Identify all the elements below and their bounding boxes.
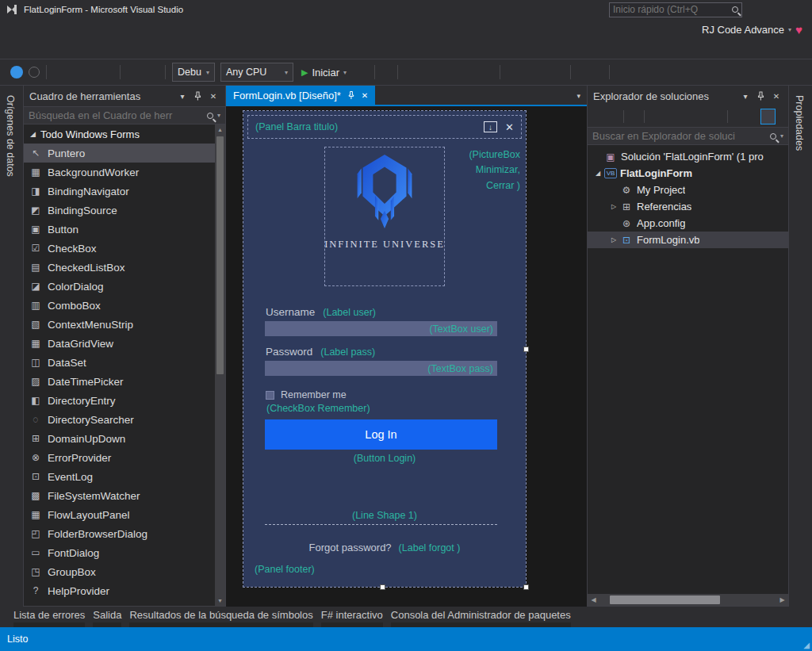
solution-search[interactable]: ▾ (588, 127, 788, 145)
bottom-panel-tab[interactable]: Lista de errores (11, 609, 87, 628)
menu-item[interactable] (6, 47, 19, 52)
scroll-right-icon[interactable]: ▶ (778, 596, 787, 603)
home-icon[interactable] (626, 109, 642, 124)
toolbox-item[interactable]: ? HelpProvider (24, 581, 215, 600)
size-to-grid-icon[interactable] (551, 63, 567, 81)
layout-overflow-caret[interactable] (641, 63, 648, 81)
tree-expander-icon[interactable]: ▷ (608, 236, 619, 243)
toolbox-item[interactable]: ◨ BindingNavigator (24, 182, 215, 201)
new-project-caret[interactable] (62, 63, 69, 81)
toolbar-icon[interactable] (397, 65, 398, 79)
toolbox-item[interactable]: ⊡ EventLog (24, 467, 215, 486)
toolbox-scrollbar[interactable]: ▲ ▼ (215, 124, 225, 606)
horizontal-spacing-icon[interactable] (574, 63, 590, 81)
toolbox-item[interactable]: ◧ DirectoryEntry (24, 391, 215, 410)
toolbox-item[interactable]: ◳ GroupBox (24, 562, 215, 581)
data-sources-tab[interactable]: Orígenes de datos (5, 89, 16, 183)
close-icon[interactable]: ✕ (770, 92, 783, 101)
logo-picturebox[interactable]: INFINITE UNIVERSE (324, 147, 445, 286)
solution-tree-item[interactable]: ◢ VB FlatLoginForm (588, 165, 788, 182)
solution-tree-item[interactable]: ⚙ My Project (588, 182, 788, 198)
start-debugging-button[interactable]: ▶ Iniciar ▾ (297, 67, 351, 79)
scroll-down-icon[interactable]: ▼ (217, 595, 223, 606)
toolbar-icon[interactable] (165, 65, 166, 79)
scroll-left-icon[interactable]: ◀ (589, 596, 598, 603)
same-height-icon[interactable] (519, 63, 535, 81)
toolbox-item[interactable]: ▦ BackgroundWorker (24, 163, 215, 182)
toolbox-item[interactable]: ⊞ DomainUpDown (24, 429, 215, 448)
scrollbar-thumb[interactable] (216, 136, 224, 374)
password-label-row[interactable]: Password (Label pass) (266, 346, 375, 358)
close-button[interactable] (788, 2, 807, 17)
pin-icon[interactable] (193, 91, 202, 101)
toolbox-item[interactable]: ▧ ContextMenuStrip (24, 315, 215, 334)
solution-tree-item[interactable]: ▷ ⊞ Referencias (588, 198, 788, 215)
scroll-up-icon[interactable]: ▲ (217, 124, 223, 135)
form-minimize-icon[interactable]: ↓ (484, 121, 497, 132)
save-all-icon[interactable] (101, 63, 117, 81)
solution-horizontal-scrollbar[interactable]: ◀ ▶ (588, 594, 788, 606)
bottom-panel-tab[interactable]: Consola del Administrador de paquetes (389, 609, 573, 628)
tab-formlogin-designer[interactable]: FormLogin.vb [Diseño]* ✕ (226, 86, 375, 105)
align-lefts-icon[interactable] (401, 63, 417, 81)
toolbox-item[interactable]: ↖ Puntero (24, 144, 215, 163)
toolbox-item[interactable]: ◌ DirectorySearcher (24, 410, 215, 429)
collapse-all-icon[interactable] (695, 109, 710, 124)
redo-caret[interactable] (155, 63, 162, 81)
same-width-icon[interactable] (504, 63, 519, 81)
menu-item[interactable] (108, 27, 121, 32)
toolbox-item[interactable]: ▦ FlowLayoutPanel (24, 505, 215, 524)
toolbar-icon[interactable] (609, 65, 610, 79)
menu-item[interactable] (6, 27, 19, 32)
quick-launch-input[interactable] (613, 4, 729, 15)
back-icon[interactable] (591, 109, 606, 124)
menu-item[interactable] (95, 27, 108, 32)
line-shape[interactable] (265, 524, 497, 525)
document-list-caret[interactable]: ▾ (576, 92, 580, 100)
toolbox-item[interactable]: ◩ BindingSource (24, 201, 215, 220)
toolbox-group-all-windows-forms[interactable]: ◢ Todo Windows Forms (24, 124, 215, 144)
quick-launch-search[interactable] (609, 2, 742, 17)
menu-item[interactable] (133, 27, 146, 32)
resize-handle-corner[interactable] (523, 584, 529, 590)
form-close-icon[interactable]: ✕ (505, 121, 514, 133)
toolbar-icon[interactable] (374, 65, 375, 79)
menu-item[interactable] (57, 27, 70, 32)
toolbox-item[interactable]: ◪ ColorDialog (24, 277, 215, 296)
toolbox-search[interactable]: ▾ (24, 106, 225, 124)
toolbox-item[interactable]: ◫ DataSet (24, 353, 215, 372)
open-file-icon[interactable] (69, 63, 85, 81)
window-position-caret[interactable]: ▾ (739, 92, 752, 101)
close-icon[interactable]: ✕ (362, 91, 368, 100)
navigate-back-icon[interactable] (10, 66, 23, 79)
view-code-icon[interactable] (730, 109, 745, 124)
toolbox-item[interactable]: ⊗ ErrorProvider (24, 448, 215, 467)
bring-to-front-icon[interactable] (613, 63, 629, 81)
toolbox-item[interactable]: ▤ CheckedListBox (24, 258, 215, 277)
forgot-password-row[interactable]: Forgot password? (Label forgot ) (243, 542, 526, 553)
bottom-panel-tab[interactable]: F# interactivo (319, 609, 385, 628)
resize-handle-bottom[interactable] (380, 584, 385, 590)
pin-icon[interactable] (347, 90, 355, 100)
properties-tab[interactable]: Propiedades (794, 89, 805, 157)
save-icon[interactable] (85, 63, 101, 81)
solution-tree-item[interactable]: ▷ ⊡ FormLogin.vb (588, 232, 788, 248)
toolbox-item[interactable]: ▣ Button (24, 220, 215, 239)
account-menu[interactable]: RJ Code Advance ▾ ♥ (702, 23, 806, 36)
forward-icon[interactable] (606, 109, 621, 124)
show-all-files-icon[interactable] (710, 109, 725, 124)
menu-item[interactable] (70, 27, 82, 32)
pin-icon[interactable] (756, 91, 765, 101)
solution-toolbar-icon[interactable] (623, 110, 624, 123)
align-centers-icon[interactable] (417, 63, 433, 81)
toolbar-icon[interactable] (46, 65, 47, 79)
properties-icon[interactable] (745, 109, 760, 124)
form-titlebar-panel[interactable]: (Panel Barra titulo) ↓ ✕ (247, 115, 522, 139)
solution-search-input[interactable] (592, 130, 766, 142)
navigate-forward-icon[interactable] (29, 67, 40, 78)
undo-caret[interactable] (136, 63, 143, 81)
toolbox-item[interactable]: ▥ ComboBox (24, 296, 215, 315)
solution-toolbar-icon[interactable] (644, 110, 645, 123)
menu-item[interactable] (82, 27, 95, 32)
toolbar-icon[interactable] (500, 65, 500, 79)
